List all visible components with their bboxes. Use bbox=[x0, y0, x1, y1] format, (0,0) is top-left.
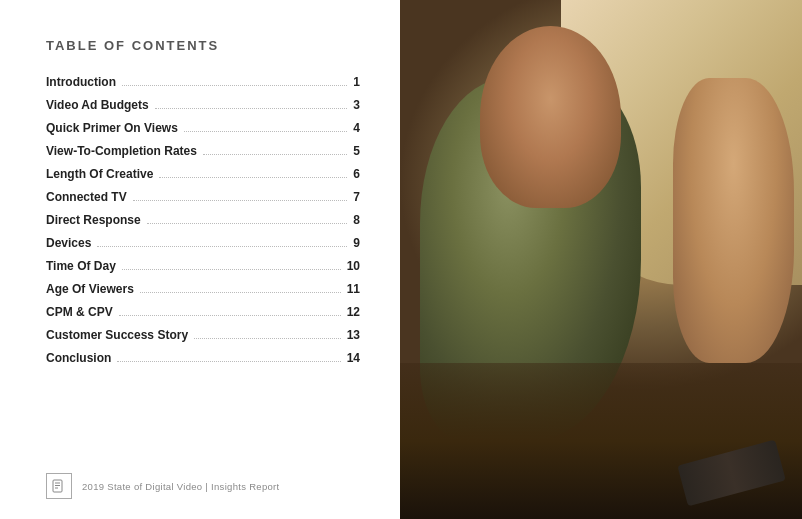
toc-item[interactable]: Devices9 bbox=[46, 236, 360, 250]
toc-item-dots bbox=[117, 361, 340, 362]
toc-item-page: 3 bbox=[353, 98, 360, 112]
toc-item[interactable]: View-To-Completion Rates5 bbox=[46, 144, 360, 158]
toc-item-dots bbox=[140, 292, 341, 293]
toc-list: Introduction1Video Ad Budgets3Quick Prim… bbox=[46, 75, 360, 465]
right-panel bbox=[400, 0, 802, 519]
toc-item-dots bbox=[133, 200, 348, 201]
photo-face bbox=[480, 26, 621, 208]
page-footer: 2019 State of Digital Video | Insights R… bbox=[46, 473, 360, 499]
toc-item[interactable]: Introduction1 bbox=[46, 75, 360, 89]
toc-item-page: 7 bbox=[353, 190, 360, 204]
toc-item-label: Customer Success Story bbox=[46, 328, 188, 342]
toc-item-label: Introduction bbox=[46, 75, 116, 89]
toc-item-label: View-To-Completion Rates bbox=[46, 144, 197, 158]
toc-item[interactable]: Time Of Day10 bbox=[46, 259, 360, 273]
toc-item-dots bbox=[122, 269, 341, 270]
toc-item-label: Direct Response bbox=[46, 213, 141, 227]
toc-item[interactable]: CPM & CPV12 bbox=[46, 305, 360, 319]
left-panel: TABLE OF CONTENTS Introduction1Video Ad … bbox=[0, 0, 400, 519]
toc-item-page: 9 bbox=[353, 236, 360, 250]
toc-item-page: 4 bbox=[353, 121, 360, 135]
toc-item[interactable]: Connected TV7 bbox=[46, 190, 360, 204]
toc-item-dots bbox=[194, 338, 341, 339]
hero-photo bbox=[400, 0, 802, 519]
toc-item-label: Conclusion bbox=[46, 351, 111, 365]
toc-item-label: Age Of Viewers bbox=[46, 282, 134, 296]
toc-item-page: 11 bbox=[347, 282, 360, 296]
toc-item-dots bbox=[122, 85, 347, 86]
toc-title: TABLE OF CONTENTS bbox=[46, 38, 360, 53]
toc-item[interactable]: Length Of Creative6 bbox=[46, 167, 360, 181]
toc-item-dots bbox=[147, 223, 348, 224]
toc-item-page: 13 bbox=[347, 328, 360, 342]
toc-item-label: Length Of Creative bbox=[46, 167, 153, 181]
footer-report-title: 2019 State of Digital Video | Insights R… bbox=[82, 481, 279, 492]
toc-item-page: 12 bbox=[347, 305, 360, 319]
toc-item[interactable]: Conclusion14 bbox=[46, 351, 360, 365]
toc-item-dots bbox=[119, 315, 341, 316]
toc-item-label: Quick Primer On Views bbox=[46, 121, 178, 135]
toc-item-page: 8 bbox=[353, 213, 360, 227]
toc-item-label: CPM & CPV bbox=[46, 305, 113, 319]
toc-item[interactable]: Age Of Viewers11 bbox=[46, 282, 360, 296]
toc-item-dots bbox=[159, 177, 347, 178]
toc-item-label: Devices bbox=[46, 236, 91, 250]
toc-item-label: Video Ad Budgets bbox=[46, 98, 149, 112]
page-container: TABLE OF CONTENTS Introduction1Video Ad … bbox=[0, 0, 802, 519]
photo-child bbox=[673, 78, 794, 363]
toc-item-label: Connected TV bbox=[46, 190, 127, 204]
toc-item-page: 10 bbox=[347, 259, 360, 273]
toc-item-label: Time Of Day bbox=[46, 259, 116, 273]
toc-item-page: 6 bbox=[353, 167, 360, 181]
report-icon bbox=[46, 473, 72, 499]
toc-item[interactable]: Quick Primer On Views4 bbox=[46, 121, 360, 135]
toc-item-dots bbox=[203, 154, 347, 155]
toc-item-dots bbox=[155, 108, 348, 109]
toc-item[interactable]: Customer Success Story13 bbox=[46, 328, 360, 342]
toc-item-dots bbox=[97, 246, 347, 247]
toc-item[interactable]: Video Ad Budgets3 bbox=[46, 98, 360, 112]
toc-item-page: 14 bbox=[347, 351, 360, 365]
toc-item[interactable]: Direct Response8 bbox=[46, 213, 360, 227]
photo-bottom bbox=[400, 363, 802, 519]
toc-item-page: 1 bbox=[353, 75, 360, 89]
toc-item-dots bbox=[184, 131, 347, 132]
toc-item-page: 5 bbox=[353, 144, 360, 158]
